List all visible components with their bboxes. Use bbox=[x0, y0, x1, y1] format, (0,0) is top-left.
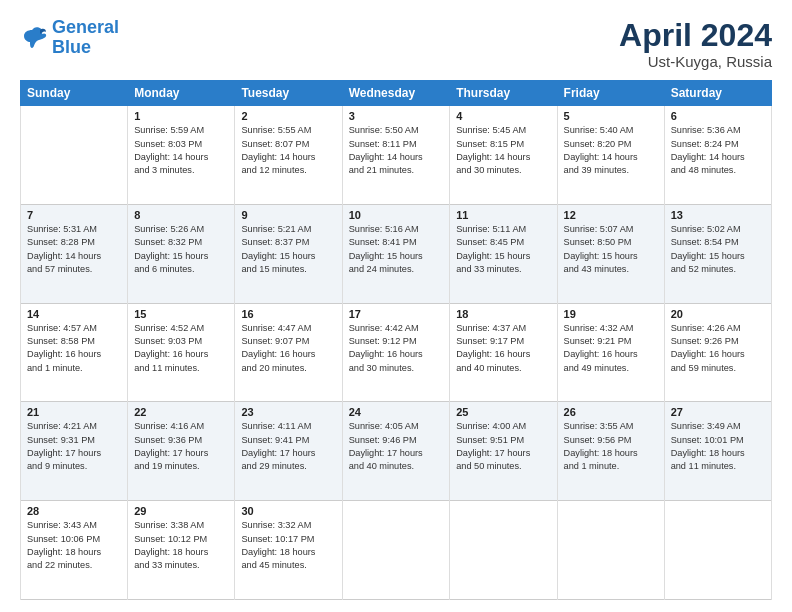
day-number: 24 bbox=[349, 406, 444, 418]
month-title: April 2024 bbox=[619, 18, 772, 53]
calendar-cell: 2Sunrise: 5:55 AM Sunset: 8:07 PM Daylig… bbox=[235, 106, 342, 205]
day-number: 30 bbox=[241, 505, 335, 517]
calendar-week-3: 14Sunrise: 4:57 AM Sunset: 8:58 PM Dayli… bbox=[21, 303, 772, 402]
day-number: 26 bbox=[564, 406, 658, 418]
day-number: 7 bbox=[27, 209, 121, 221]
col-sunday: Sunday bbox=[21, 81, 128, 106]
calendar-cell: 4Sunrise: 5:45 AM Sunset: 8:15 PM Daylig… bbox=[450, 106, 557, 205]
day-info: Sunrise: 4:47 AM Sunset: 9:07 PM Dayligh… bbox=[241, 322, 335, 375]
logo-line1: General bbox=[52, 17, 119, 37]
day-number: 8 bbox=[134, 209, 228, 221]
day-number: 3 bbox=[349, 110, 444, 122]
day-info: Sunrise: 5:59 AM Sunset: 8:03 PM Dayligh… bbox=[134, 124, 228, 177]
col-saturday: Saturday bbox=[664, 81, 771, 106]
day-info: Sunrise: 4:26 AM Sunset: 9:26 PM Dayligh… bbox=[671, 322, 765, 375]
day-number: 4 bbox=[456, 110, 550, 122]
day-info: Sunrise: 3:55 AM Sunset: 9:56 PM Dayligh… bbox=[564, 420, 658, 473]
day-number: 12 bbox=[564, 209, 658, 221]
calendar-cell: 29Sunrise: 3:38 AM Sunset: 10:12 PM Dayl… bbox=[128, 501, 235, 600]
calendar-week-2: 7Sunrise: 5:31 AM Sunset: 8:28 PM Daylig… bbox=[21, 204, 772, 303]
day-info: Sunrise: 4:21 AM Sunset: 9:31 PM Dayligh… bbox=[27, 420, 121, 473]
col-tuesday: Tuesday bbox=[235, 81, 342, 106]
day-info: Sunrise: 4:52 AM Sunset: 9:03 PM Dayligh… bbox=[134, 322, 228, 375]
day-number: 28 bbox=[27, 505, 121, 517]
day-number: 15 bbox=[134, 308, 228, 320]
calendar-cell: 6Sunrise: 5:36 AM Sunset: 8:24 PM Daylig… bbox=[664, 106, 771, 205]
title-block: April 2024 Ust-Kuyga, Russia bbox=[619, 18, 772, 70]
day-info: Sunrise: 5:07 AM Sunset: 8:50 PM Dayligh… bbox=[564, 223, 658, 276]
calendar-cell: 18Sunrise: 4:37 AM Sunset: 9:17 PM Dayli… bbox=[450, 303, 557, 402]
day-info: Sunrise: 4:00 AM Sunset: 9:51 PM Dayligh… bbox=[456, 420, 550, 473]
calendar-cell: 16Sunrise: 4:47 AM Sunset: 9:07 PM Dayli… bbox=[235, 303, 342, 402]
day-number: 16 bbox=[241, 308, 335, 320]
day-number: 27 bbox=[671, 406, 765, 418]
day-info: Sunrise: 5:02 AM Sunset: 8:54 PM Dayligh… bbox=[671, 223, 765, 276]
calendar-cell bbox=[450, 501, 557, 600]
calendar-week-5: 28Sunrise: 3:43 AM Sunset: 10:06 PM Dayl… bbox=[21, 501, 772, 600]
calendar-cell bbox=[21, 106, 128, 205]
day-info: Sunrise: 5:55 AM Sunset: 8:07 PM Dayligh… bbox=[241, 124, 335, 177]
day-info: Sunrise: 5:40 AM Sunset: 8:20 PM Dayligh… bbox=[564, 124, 658, 177]
logo-icon bbox=[20, 24, 48, 52]
calendar-cell: 22Sunrise: 4:16 AM Sunset: 9:36 PM Dayli… bbox=[128, 402, 235, 501]
calendar-week-1: 1Sunrise: 5:59 AM Sunset: 8:03 PM Daylig… bbox=[21, 106, 772, 205]
day-info: Sunrise: 4:57 AM Sunset: 8:58 PM Dayligh… bbox=[27, 322, 121, 375]
calendar-cell: 14Sunrise: 4:57 AM Sunset: 8:58 PM Dayli… bbox=[21, 303, 128, 402]
calendar-cell: 3Sunrise: 5:50 AM Sunset: 8:11 PM Daylig… bbox=[342, 106, 450, 205]
day-number: 20 bbox=[671, 308, 765, 320]
header-row: Sunday Monday Tuesday Wednesday Thursday… bbox=[21, 81, 772, 106]
calendar-cell bbox=[557, 501, 664, 600]
calendar-cell: 26Sunrise: 3:55 AM Sunset: 9:56 PM Dayli… bbox=[557, 402, 664, 501]
logo-text: General Blue bbox=[52, 18, 119, 58]
calendar-cell: 1Sunrise: 5:59 AM Sunset: 8:03 PM Daylig… bbox=[128, 106, 235, 205]
calendar-cell: 24Sunrise: 4:05 AM Sunset: 9:46 PM Dayli… bbox=[342, 402, 450, 501]
calendar-cell: 9Sunrise: 5:21 AM Sunset: 8:37 PM Daylig… bbox=[235, 204, 342, 303]
day-number: 11 bbox=[456, 209, 550, 221]
day-info: Sunrise: 4:42 AM Sunset: 9:12 PM Dayligh… bbox=[349, 322, 444, 375]
day-info: Sunrise: 4:32 AM Sunset: 9:21 PM Dayligh… bbox=[564, 322, 658, 375]
calendar-table: Sunday Monday Tuesday Wednesday Thursday… bbox=[20, 80, 772, 600]
col-friday: Friday bbox=[557, 81, 664, 106]
calendar-body: 1Sunrise: 5:59 AM Sunset: 8:03 PM Daylig… bbox=[21, 106, 772, 600]
calendar-cell: 19Sunrise: 4:32 AM Sunset: 9:21 PM Dayli… bbox=[557, 303, 664, 402]
logo: General Blue bbox=[20, 18, 119, 58]
calendar-cell: 10Sunrise: 5:16 AM Sunset: 8:41 PM Dayli… bbox=[342, 204, 450, 303]
calendar-cell: 12Sunrise: 5:07 AM Sunset: 8:50 PM Dayli… bbox=[557, 204, 664, 303]
calendar-cell: 27Sunrise: 3:49 AM Sunset: 10:01 PM Dayl… bbox=[664, 402, 771, 501]
page: General Blue April 2024 Ust-Kuyga, Russi… bbox=[0, 0, 792, 612]
day-number: 9 bbox=[241, 209, 335, 221]
calendar-cell: 8Sunrise: 5:26 AM Sunset: 8:32 PM Daylig… bbox=[128, 204, 235, 303]
col-monday: Monday bbox=[128, 81, 235, 106]
calendar-cell: 11Sunrise: 5:11 AM Sunset: 8:45 PM Dayli… bbox=[450, 204, 557, 303]
day-info: Sunrise: 3:32 AM Sunset: 10:17 PM Daylig… bbox=[241, 519, 335, 572]
day-info: Sunrise: 5:31 AM Sunset: 8:28 PM Dayligh… bbox=[27, 223, 121, 276]
day-info: Sunrise: 5:11 AM Sunset: 8:45 PM Dayligh… bbox=[456, 223, 550, 276]
location: Ust-Kuyga, Russia bbox=[619, 53, 772, 70]
day-info: Sunrise: 4:16 AM Sunset: 9:36 PM Dayligh… bbox=[134, 420, 228, 473]
day-number: 6 bbox=[671, 110, 765, 122]
calendar-cell: 17Sunrise: 4:42 AM Sunset: 9:12 PM Dayli… bbox=[342, 303, 450, 402]
day-number: 5 bbox=[564, 110, 658, 122]
day-number: 22 bbox=[134, 406, 228, 418]
day-number: 1 bbox=[134, 110, 228, 122]
calendar-cell: 23Sunrise: 4:11 AM Sunset: 9:41 PM Dayli… bbox=[235, 402, 342, 501]
day-info: Sunrise: 4:37 AM Sunset: 9:17 PM Dayligh… bbox=[456, 322, 550, 375]
day-number: 23 bbox=[241, 406, 335, 418]
calendar-cell: 30Sunrise: 3:32 AM Sunset: 10:17 PM Dayl… bbox=[235, 501, 342, 600]
day-info: Sunrise: 5:21 AM Sunset: 8:37 PM Dayligh… bbox=[241, 223, 335, 276]
day-number: 2 bbox=[241, 110, 335, 122]
day-info: Sunrise: 5:36 AM Sunset: 8:24 PM Dayligh… bbox=[671, 124, 765, 177]
calendar-cell: 5Sunrise: 5:40 AM Sunset: 8:20 PM Daylig… bbox=[557, 106, 664, 205]
day-number: 10 bbox=[349, 209, 444, 221]
day-number: 25 bbox=[456, 406, 550, 418]
calendar-cell bbox=[342, 501, 450, 600]
calendar-cell bbox=[664, 501, 771, 600]
calendar-cell: 25Sunrise: 4:00 AM Sunset: 9:51 PM Dayli… bbox=[450, 402, 557, 501]
col-wednesday: Wednesday bbox=[342, 81, 450, 106]
day-info: Sunrise: 4:05 AM Sunset: 9:46 PM Dayligh… bbox=[349, 420, 444, 473]
day-info: Sunrise: 5:45 AM Sunset: 8:15 PM Dayligh… bbox=[456, 124, 550, 177]
day-number: 19 bbox=[564, 308, 658, 320]
calendar-cell: 13Sunrise: 5:02 AM Sunset: 8:54 PM Dayli… bbox=[664, 204, 771, 303]
day-info: Sunrise: 3:43 AM Sunset: 10:06 PM Daylig… bbox=[27, 519, 121, 572]
day-number: 29 bbox=[134, 505, 228, 517]
